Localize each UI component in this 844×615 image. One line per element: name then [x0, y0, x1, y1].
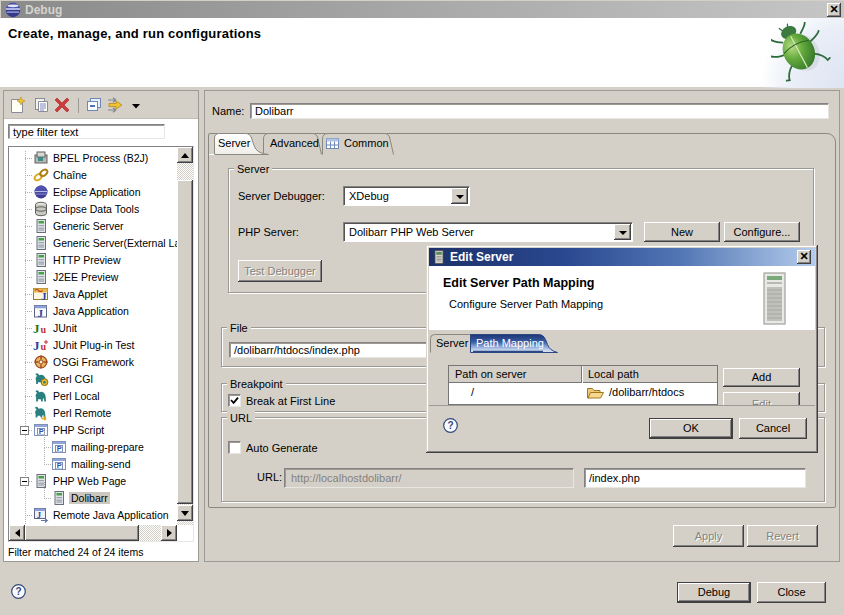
- svg-text:J: J: [38, 307, 44, 319]
- svg-text:J: J: [41, 290, 47, 302]
- svg-text:P: P: [57, 461, 62, 470]
- svg-text:?: ?: [447, 420, 453, 431]
- svg-text:u: u: [41, 324, 47, 335]
- svg-text:?: ?: [15, 586, 21, 597]
- svg-text:J: J: [33, 321, 40, 336]
- svg-text:J: J: [33, 338, 40, 353]
- svg-text:P: P: [57, 444, 62, 453]
- svg-text:J: J: [37, 511, 41, 520]
